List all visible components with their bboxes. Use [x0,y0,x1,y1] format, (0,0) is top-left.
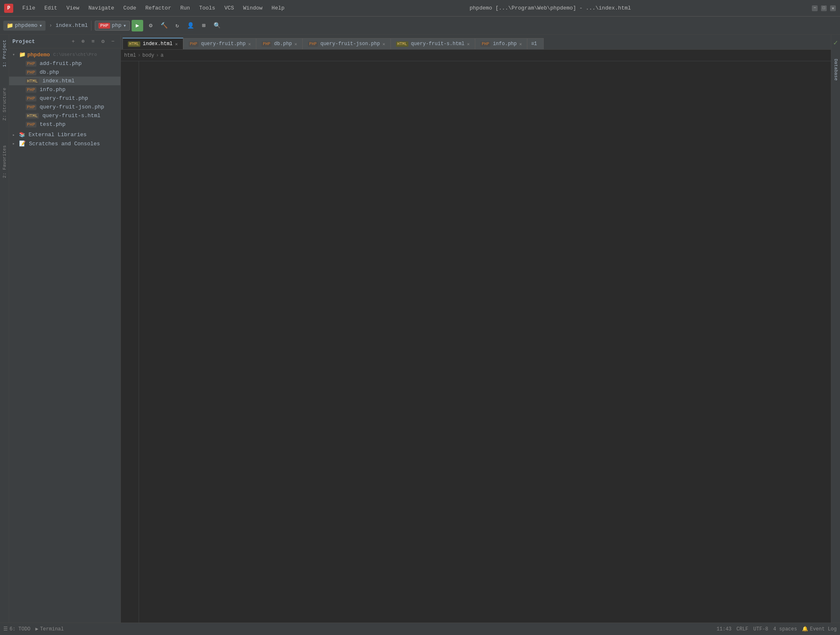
menu-window[interactable]: Window [239,3,267,13]
settings-button[interactable]: ⚙ [145,20,156,31]
collapse-all-button[interactable]: ≡ [89,37,97,46]
encoding-status[interactable]: UTF-8 [754,626,768,632]
php-dropdown-icon: ▾ [123,22,126,29]
tree-item-scratches[interactable]: ▸ 📝 Scratches and Consoles [9,139,120,148]
menu-edit[interactable]: Edit [40,3,61,13]
project-selector[interactable]: 📁 phpdemo ▾ [3,21,46,31]
tab-query-fruit-s[interactable]: HTML query-fruit-s.html ✕ [391,38,475,49]
tree-item-query-fruit-s[interactable]: HTML query-fruit-s.html [9,111,120,120]
breadcrumb-body[interactable]: body [142,53,154,58]
tab-close-query-fruit-json[interactable]: ✕ [382,41,385,47]
main-area: 1: Project Z: Structure 2: Favorites Pro… [0,35,840,623]
settings-sidebar-button[interactable]: ⚙ [99,37,107,46]
code-gutter [139,61,147,623]
database-panel-tab[interactable]: Database [832,55,840,84]
tree-item-add-fruit[interactable]: PHP add-fruit.php [9,59,120,68]
tree-label-add-fruit: add-fruit.php [40,60,82,67]
terminal-status[interactable]: ▶ Terminal [35,626,64,632]
tab-info[interactable]: PHP info.php ✕ [475,38,527,49]
php-icon: PHP [26,87,36,93]
sidebar-actions: + ⊕ ≡ ⚙ − [69,37,117,46]
build-button[interactable]: 🔨 [158,20,170,31]
tree-item-query-fruit[interactable]: PHP query-fruit.php [9,94,120,103]
expand-arrow-icon: ▾ [12,52,17,57]
code-view[interactable] [147,61,831,623]
sidebar-item-project[interactable]: 1: Project [1,36,8,70]
php-icon: PHP [26,104,36,110]
tab-db[interactable]: PHP db.php ✕ [256,38,302,49]
tree-item-index[interactable]: HTML index.html [9,77,120,85]
tab-close-db[interactable]: ✕ [295,41,298,47]
php-selector[interactable]: PHP php ▾ [95,21,130,31]
menu-file[interactable]: File [18,3,39,13]
menu-refactor[interactable]: Refactor [141,3,175,13]
php-label: php [112,22,121,29]
event-log-status[interactable]: 🔔 Event Log [802,626,837,632]
tree-label-info: info.php [40,87,65,93]
layout-button[interactable]: ⊞ [198,20,209,31]
breadcrumb-html[interactable]: html [124,53,136,58]
add-file-button[interactable]: + [69,37,77,46]
tree-item-info[interactable]: PHP info.php [9,85,120,94]
maximize-button[interactable]: □ [821,5,827,11]
expand-arrow-icon: ▸ [12,132,17,137]
tab-close-query-fruit[interactable]: ✕ [248,41,251,47]
tree-label-external-libs: External Libraries [29,132,86,138]
tab-close-query-fruit-s[interactable]: ✕ [467,41,470,47]
tab-query-fruit-json[interactable]: PHP query-fruit-json.php ✕ [302,38,391,49]
indent-status[interactable]: 4 spaces [773,626,797,632]
tab-label-info: info.php [493,41,517,47]
position-status[interactable]: 11:43 [717,626,732,632]
minimize-sidebar-button[interactable]: − [109,37,117,46]
tree-item-external-libs[interactable]: ▸ 📚 External Libraries [9,130,120,139]
menu-vcs[interactable]: VCS [220,3,238,13]
search-button[interactable]: 🔍 [211,20,223,31]
menu-code[interactable]: Code [119,3,140,13]
expand-arrow-icon: ▸ [12,141,17,146]
chevron-down-icon: ▾ [39,22,43,29]
minimize-button[interactable]: − [812,5,818,11]
close-button[interactable]: ✕ [830,5,836,11]
profile-button[interactable]: 👤 [185,20,196,31]
code-editor[interactable] [121,61,831,623]
file-tree: ▾ 📁 phpdemo C:\Users\cht\Pro PHP add-fru… [9,48,120,150]
sidebar-title: Project [12,38,35,45]
line-ending-label: CRLF [737,626,749,632]
tab-index-html[interactable]: HTML index.html ✕ [122,38,183,49]
add-folder-button[interactable]: ⊕ [79,37,87,46]
tree-label: phpdemo [27,52,50,58]
breadcrumb-arrow-icon: › [138,53,141,58]
sidebar-item-favorites[interactable]: 2: Favorites [1,142,8,181]
sidebar-item-structure[interactable]: Z: Structure [1,84,8,124]
breadcrumb-a[interactable]: a [161,53,163,58]
encoding-label: UTF-8 [754,626,768,632]
menu-navigate[interactable]: Navigate [84,3,118,13]
menu-help[interactable]: Help [267,3,288,13]
html-tab-icon: HTML [396,41,408,47]
tree-item-query-fruit-json[interactable]: PHP query-fruit-json.php [9,103,120,111]
tree-item-test[interactable]: PHP test.php [9,120,120,129]
tab-query-fruit[interactable]: PHP query-fruit.php ✕ [183,38,257,49]
php-badge: PHP [98,23,110,29]
html-icon: HTML [26,78,39,84]
tree-item-phpdemo[interactable]: ▾ 📁 phpdemo C:\Users\cht\Pro [9,50,120,59]
reload-button[interactable]: ↻ [171,20,183,31]
window-controls: − □ ✕ [812,5,836,11]
php-icon: PHP [26,61,36,67]
run-button[interactable]: ▶ [132,20,143,31]
folder-icon: 📁 [7,22,13,29]
menu-view[interactable]: View [62,3,83,13]
tab-close-info[interactable]: ✕ [519,41,522,47]
tree-item-db[interactable]: PHP db.php [9,68,120,77]
tab-close-index[interactable]: ✕ [175,41,178,47]
menu-run[interactable]: Run [176,3,194,13]
menu-tools[interactable]: Tools [195,3,219,13]
tab-more[interactable]: ≡1 [527,38,544,49]
todo-status[interactable]: ☰ 6: TODO [3,626,30,632]
php-icon: PHP [26,122,36,127]
tree-path: C:\Users\cht\Pro [53,52,97,57]
line-ending-status[interactable]: CRLF [737,626,749,632]
tree-label-index: index.html [42,78,74,84]
toolbar-separator [91,21,91,31]
tree-label-query-fruit-s: query-fruit-s.html [42,113,100,119]
